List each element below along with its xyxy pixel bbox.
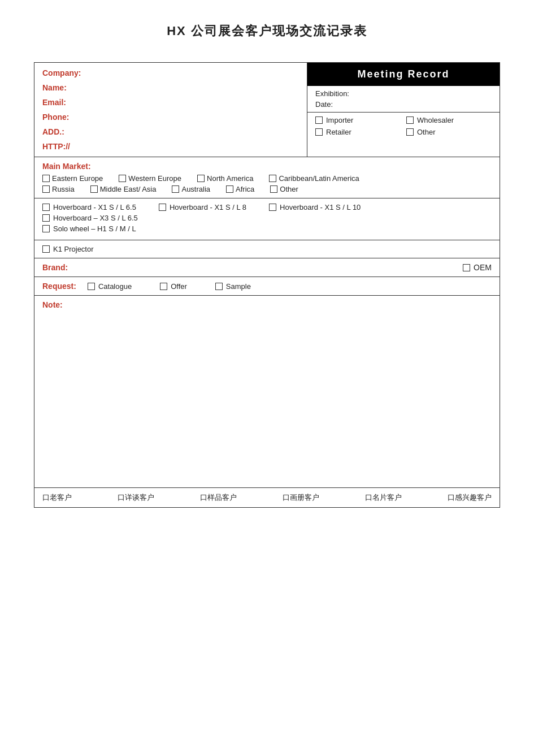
company-row: Company: [42,68,299,77]
footer-interested-customer[interactable]: 口感兴趣客户 [448,493,492,503]
footer-old-customer-label: 口老客户 [42,493,72,503]
request-label: Request: [42,282,76,291]
request-items: Catalogue Offer Sample [88,282,251,291]
footer-detailed-talk-label: 口详谈客户 [118,493,154,503]
checkbox-importer-label: Importer [326,116,353,124]
products-section: Hoverboard - X1 S / L 6.5 Hoverboard - X… [34,198,500,240]
checkbox-wholesaler[interactable]: Wholesaler [406,116,492,124]
note-label: Note: [42,300,492,309]
request-offer-label: Offer [171,282,187,291]
market-africa[interactable]: Africa [226,185,254,193]
footer-brochure-customer-label: 口画册客户 [283,493,319,503]
market-middle-east[interactable]: Middle East/ Asia [90,185,157,193]
footer-sample-customer-label: 口样品客户 [200,493,237,503]
oem-label: OEM [474,263,492,272]
footer-detailed-talk[interactable]: 口详谈客户 [118,493,154,503]
brand-label: Brand: [42,263,68,272]
checkbox-western-europe-box [119,175,126,182]
market-items-row1: Eastern Europe Western Europe North Amer… [42,174,492,183]
market-australia-label: Australia [181,185,210,193]
checkbox-other-label: Other [417,128,436,136]
request-sample[interactable]: Sample [215,282,251,291]
checkbox-offer-box [160,283,167,290]
checkbox-hb-x3-65-box [42,214,50,222]
checkbox-hb-x1-8-box [159,204,166,211]
checkbox-importer[interactable]: Importer [315,116,401,124]
checkbox-oem-box [463,264,470,271]
request-catalogue[interactable]: Catalogue [88,282,132,291]
top-section: Company: Name: Email: Phone: ADD.: HTTP:… [34,63,500,157]
checkbox-north-america-box [197,175,205,182]
checkbox-australia-box [172,185,179,193]
main-market-label: Main Market: [42,162,91,171]
footer-section: 口老客户 口详谈客户 口样品客户 口画册客户 口名片客户 口感兴趣客户 [34,488,500,507]
checkbox-hb-x1-65-box [42,204,50,211]
checkbox-k1-box [42,245,50,253]
top-left: Company: Name: Email: Phone: ADD.: HTTP:… [34,63,307,157]
request-section: Request: Catalogue Offer Sample [34,277,500,296]
product-hoverboard-x1-8[interactable]: Hoverboard - X1 S / L 8 [159,203,246,211]
market-north-america-label: North America [207,174,253,183]
checkbox-solo-wheel-box [42,225,50,232]
footer-card-customer[interactable]: 口名片客户 [365,493,402,503]
checkbox-sample-box [215,283,223,290]
market-russia-label: Russia [52,185,75,193]
checkbox-importer-box [315,116,323,124]
meeting-record-header: Meeting Record [307,63,500,86]
product-k1[interactable]: K1 Projector [42,245,469,253]
footer-sample-customer[interactable]: 口样品客户 [200,493,237,503]
product-hoverboard-x3-65[interactable]: Hoverboard – X3 S / L 6.5 [42,214,138,222]
phone-row: Phone: [42,113,299,122]
name-row: Name: [42,83,299,92]
date-label: Date: [315,100,492,109]
add-row: ADD.: [42,127,299,136]
meeting-record-body: Exhibition: Date: Importer Wholesaler [307,86,500,157]
k1-label: K1 Projector [53,245,94,253]
checkbox-middle-east-box [90,185,98,193]
market-australia[interactable]: Australia [172,185,210,193]
exhibition-date-row: Exhibition: Date: [307,86,500,113]
products-line3: Solo wheel – H1 S / M / L [42,224,492,233]
title-hx: HX [167,24,186,38]
phone-label: Phone: [42,113,76,122]
title-rest: 公司展会客户现场交流记录表 [191,24,367,38]
footer-old-customer[interactable]: 口老客户 [42,493,72,503]
footer-card-customer-label: 口名片客户 [365,493,402,503]
product-hb-x1-8-label: Hoverboard - X1 S / L 8 [170,203,246,211]
market-north-america[interactable]: North America [197,174,253,183]
market-eastern-europe-label: Eastern Europe [52,174,103,183]
market-caribbean-label: Caribbean/Latin America [279,174,359,183]
checkbox-retailer-box [315,128,323,136]
exhibition-label: Exhibition: [315,89,492,98]
market-other[interactable]: Other [270,185,298,193]
product-hoverboard-x1-65[interactable]: Hoverboard - X1 S / L 6.5 [42,203,136,211]
market-items-row2: Russia Middle East/ Asia Australia Afric… [42,185,492,193]
products-line1: Hoverboard - X1 S / L 6.5 Hoverboard - X… [42,203,492,211]
market-russia[interactable]: Russia [42,185,75,193]
checkbox-hb-x1-10-box [269,204,276,211]
market-western-europe[interactable]: Western Europe [119,174,181,183]
checkbox-caribbean-box [269,175,276,182]
checkbox-retailer-label: Retailer [326,128,351,136]
checkbox-russia-box [42,185,50,193]
market-caribbean[interactable]: Caribbean/Latin America [269,174,359,183]
product-solo-wheel[interactable]: Solo wheel – H1 S / M / L [42,224,136,233]
market-eastern-europe[interactable]: Eastern Europe [42,174,103,183]
market-western-europe-label: Western Europe [128,174,181,183]
page-title: HX 公司展会客户现场交流记录表 [34,23,500,40]
product-solo-wheel-label: Solo wheel – H1 S / M / L [53,224,136,233]
checkbox-eastern-europe-box [42,175,50,182]
request-catalogue-label: Catalogue [98,282,132,291]
request-sample-label: Sample [226,282,251,291]
form-wrapper: Company: Name: Email: Phone: ADD.: HTTP:… [34,62,500,508]
note-section: Note: [34,296,500,488]
market-other-label: Other [280,185,298,193]
checkbox-other[interactable]: Other [406,128,492,136]
http-label: HTTP:// [42,142,76,151]
footer-brochure-customer[interactable]: 口画册客户 [283,493,319,503]
request-offer[interactable]: Offer [160,282,187,291]
oem-checkbox[interactable]: OEM [463,263,492,272]
add-label: ADD.: [42,127,76,136]
product-hoverboard-x1-10[interactable]: Hoverboard - X1 S / L 10 [269,203,361,211]
checkbox-retailer[interactable]: Retailer [315,128,401,136]
